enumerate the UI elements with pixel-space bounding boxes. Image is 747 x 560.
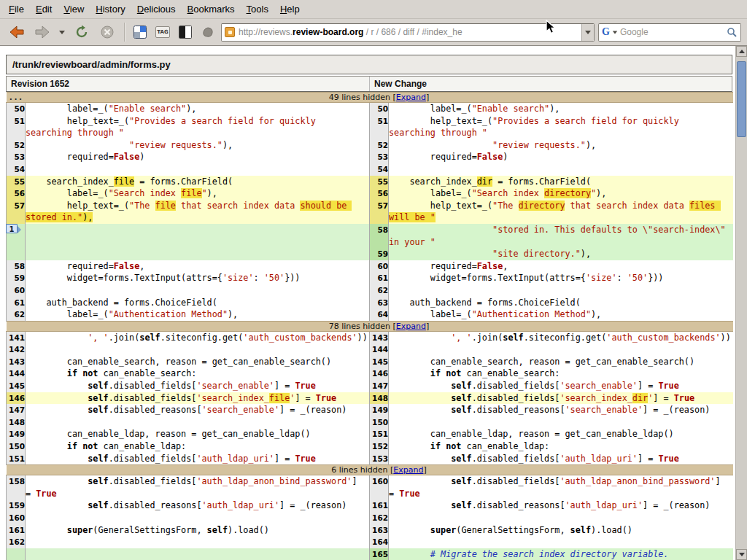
line-number[interactable]: 60: [7, 284, 26, 297]
line-number[interactable]: 59: [370, 248, 389, 260]
back-button[interactable]: [6, 21, 28, 43]
code-cell: search_index_dir = forms.CharField(: [389, 176, 733, 188]
line-number[interactable]: 159: [7, 499, 26, 512]
line-number[interactable]: 144: [7, 368, 26, 380]
chevron-down-icon[interactable]: [613, 31, 617, 34]
line-number[interactable]: 149: [7, 428, 26, 440]
line-number[interactable]: 146: [370, 368, 389, 380]
line-number[interactable]: 150: [370, 416, 389, 429]
checker-button[interactable]: [176, 22, 195, 42]
line-number[interactable]: 149: [370, 404, 389, 416]
line-number[interactable]: 164: [370, 536, 389, 548]
menu-tools[interactable]: Tools: [241, 1, 274, 18]
line-number[interactable]: 161: [370, 499, 389, 512]
line-number[interactable]: 54: [370, 163, 389, 176]
line-number[interactable]: 153: [370, 453, 389, 465]
scrollbar-thumb[interactable]: [737, 61, 746, 137]
line-number[interactable]: 57: [7, 200, 26, 224]
url-bar[interactable]: http://reviews.review-board.org / r / 68…: [221, 23, 595, 42]
line-number[interactable]: 147: [7, 404, 26, 416]
line-number[interactable]: 56: [7, 187, 26, 200]
line-number[interactable]: 144: [370, 343, 389, 356]
line-number[interactable]: 160: [370, 475, 389, 500]
line-number[interactable]: 52: [370, 139, 389, 152]
line-number[interactable]: 61: [370, 272, 389, 284]
tag-button[interactable]: TAG: [153, 22, 172, 42]
line-number[interactable]: 147: [370, 380, 389, 392]
line-number[interactable]: 142: [7, 343, 26, 356]
search-input[interactable]: Google: [620, 27, 724, 37]
expand-link[interactable]: Expand: [396, 93, 426, 102]
line-number[interactable]: [7, 548, 26, 560]
menu-help[interactable]: Help: [274, 1, 306, 18]
vertical-scrollbar[interactable]: [735, 46, 747, 560]
line-number[interactable]: 58: [7, 260, 26, 273]
line-number[interactable]: 160: [7, 512, 26, 524]
diff-row: 56 label=_("Search index file"),56 label…: [7, 187, 733, 200]
menu-delicious[interactable]: Delicious: [131, 1, 182, 18]
line-number[interactable]: 151: [7, 453, 26, 465]
line-number[interactable]: 143: [370, 331, 389, 343]
line-number[interactable]: 151: [370, 428, 389, 440]
scroll-up-button[interactable]: [736, 46, 747, 57]
line-number[interactable]: 50: [7, 103, 26, 115]
menu-bookmarks[interactable]: Bookmarks: [182, 1, 241, 18]
line-number[interactable]: 158: [7, 475, 26, 500]
line-number[interactable]: 143: [7, 356, 26, 368]
line-number[interactable]: 152: [370, 440, 389, 453]
line-number[interactable]: 161: [7, 524, 26, 537]
stop-button[interactable]: [96, 21, 118, 43]
line-number[interactable]: 145: [7, 380, 26, 392]
line-number[interactable]: 162: [370, 512, 389, 524]
line-number[interactable]: 148: [7, 416, 26, 429]
line-number[interactable]: 57: [370, 200, 389, 224]
line-number[interactable]: 51: [7, 115, 26, 139]
line-number[interactable]: 52: [7, 139, 26, 152]
line-number[interactable]: 53: [7, 151, 26, 163]
diff-row: 150 if not can_enable_ldap:152 if not ca…: [7, 440, 733, 453]
menu-edit[interactable]: Edit: [30, 1, 58, 18]
line-number[interactable]: 146: [7, 392, 26, 405]
line-number[interactable]: 60: [370, 260, 389, 273]
line-number[interactable]: 56: [370, 187, 389, 200]
line-number[interactable]: 59: [7, 272, 26, 284]
forward-button[interactable]: [31, 21, 53, 43]
diff-row: 147 self.disabled_reasons['search_enable…: [7, 404, 733, 416]
line-number[interactable]: 148: [370, 392, 389, 405]
delicious-button[interactable]: [131, 22, 150, 42]
line-number[interactable]: 51: [370, 115, 389, 139]
expand-link[interactable]: Expand: [396, 322, 426, 331]
line-number[interactable]: 162: [7, 536, 26, 548]
line-number[interactable]: 62: [7, 308, 26, 321]
menu-view[interactable]: View: [58, 1, 90, 18]
line-number[interactable]: 50: [370, 103, 389, 115]
line-number[interactable]: 55: [370, 176, 389, 188]
search-bar[interactable]: G Google: [598, 23, 741, 42]
line-number[interactable]: 145: [370, 356, 389, 368]
scroll-down-button[interactable]: [736, 549, 747, 560]
line-number[interactable]: 141: [7, 331, 26, 343]
expand-link[interactable]: Expand: [393, 465, 423, 475]
line-number[interactable]: 165: [370, 548, 389, 560]
line-number[interactable]: 55: [7, 176, 26, 188]
line-number[interactable]: 58: [370, 224, 389, 248]
url-path: / r / 686 / diff / #index_he: [363, 27, 462, 37]
extension-button[interactable]: [198, 22, 217, 42]
code-cell: "review requests."),: [389, 139, 733, 152]
menu-history[interactable]: History: [90, 1, 131, 18]
line-number[interactable]: 150: [7, 440, 26, 453]
line-number[interactable]: 53: [370, 151, 389, 163]
line-number[interactable]: [7, 248, 26, 260]
line-number[interactable]: 1: [7, 224, 26, 248]
line-number[interactable]: 54: [7, 163, 26, 176]
line-number[interactable]: 62: [370, 284, 389, 297]
comment-flag[interactable]: 1: [6, 224, 18, 233]
history-dropdown-button[interactable]: [57, 21, 67, 43]
url-dropdown-button[interactable]: [581, 24, 594, 41]
line-number[interactable]: 64: [370, 308, 389, 321]
line-number[interactable]: 63: [370, 297, 389, 309]
line-number[interactable]: 163: [370, 524, 389, 537]
reload-button[interactable]: [71, 21, 93, 43]
menu-file[interactable]: File: [3, 1, 30, 18]
line-number[interactable]: 61: [7, 297, 26, 309]
